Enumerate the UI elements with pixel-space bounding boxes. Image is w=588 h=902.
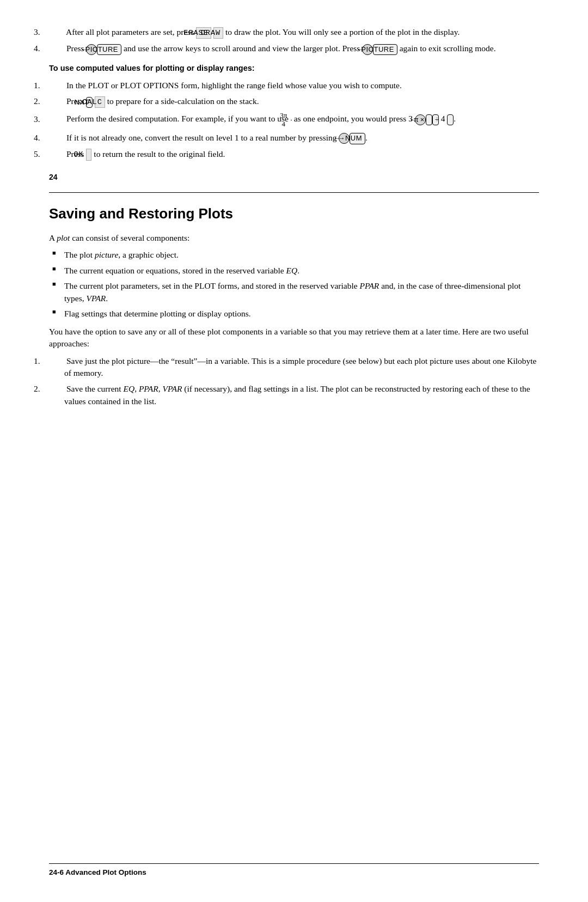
page-divider bbox=[49, 192, 539, 193]
section2-list: 1. In the PLOT or PLOT OPTIONS form, hig… bbox=[49, 80, 539, 161]
ok-key: OK bbox=[86, 149, 91, 161]
computed-values-heading: To use computed values for plotting or d… bbox=[49, 63, 539, 74]
list-item-s2-3: 3. Perform the desired computation. For … bbox=[49, 112, 539, 128]
section1-list: 3. After all plot parameters are set, pr… bbox=[49, 26, 539, 55]
list-item-s2-2: 2. Press NXT CALC to prepare for a side-… bbox=[49, 95, 539, 108]
page-number: 24 bbox=[49, 172, 539, 182]
chapter-heading: Saving and Restoring Plots bbox=[49, 204, 539, 224]
picture-key-1: PICTURE bbox=[97, 44, 121, 55]
chapter-list-item-1: 1. Save just the plot picture—the “resul… bbox=[49, 355, 539, 380]
list-item-s2-4: 4. If it is not already one, convert the… bbox=[49, 132, 539, 144]
list-item-4: 4. Press ←PICTURE and use the arrow keys… bbox=[49, 42, 539, 55]
calc-key: CALC bbox=[95, 96, 105, 108]
list-item-s2-1: 1. In the PLOT or PLOT OPTIONS form, hig… bbox=[49, 80, 539, 92]
chapter-list-item-2: 2. Save the current EQ, PPAR, VPAR (if n… bbox=[49, 383, 539, 407]
list-item-s2-5: 5. Press OK to return the result to the … bbox=[49, 148, 539, 161]
bullet-3: The current plot parameters, set in the … bbox=[49, 280, 539, 304]
bullet-1: The plot picture, a graphic object. bbox=[49, 249, 539, 261]
list-item-3: 3. After all plot parameters are set, pr… bbox=[49, 26, 539, 39]
divide-key: ÷ bbox=[447, 114, 454, 125]
page-top-content: 3. After all plot parameters are set, pr… bbox=[49, 26, 539, 161]
chapter-list: 1. Save just the plot picture—the “resul… bbox=[49, 355, 539, 408]
fraction-3pi-4: 3π 4 bbox=[291, 112, 292, 128]
chapter-intro: A plot can consist of several components… bbox=[49, 232, 539, 244]
bullet-2: The current equation or equations, store… bbox=[49, 265, 539, 277]
pi-key: π bbox=[426, 114, 432, 125]
draw-key: DRAW bbox=[213, 27, 223, 39]
tonum-key: →NUM bbox=[350, 133, 365, 144]
picture-key-2: PICTURE bbox=[373, 44, 397, 55]
options-paragraph: You have the option to save any or all o… bbox=[49, 326, 539, 350]
bullet-4: Flag settings that determine plotting or… bbox=[49, 308, 539, 320]
footer: 24-6 Advanced Plot Options bbox=[49, 863, 539, 878]
components-list: The plot picture, a graphic object. The … bbox=[49, 249, 539, 320]
